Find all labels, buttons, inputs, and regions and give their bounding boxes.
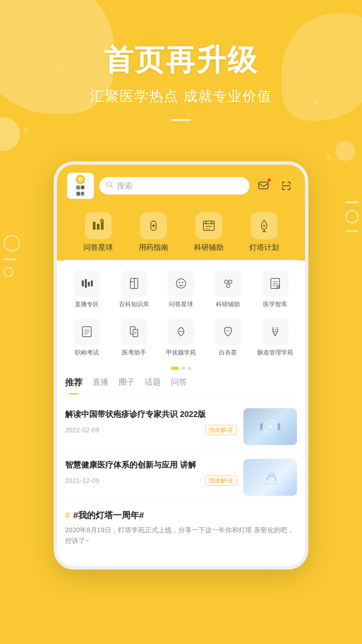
search-icon (106, 181, 113, 191)
svg-point-53 (268, 425, 272, 429)
tab-tuijian[interactable]: 推荐 (65, 377, 82, 391)
grid-item-keyan2[interactable]: 科研辅助 (206, 270, 250, 308)
search-bar-row: 医事服务 搜索 (67, 173, 295, 199)
nav-label-keyan: 科研辅助 (194, 243, 224, 253)
grid-label-wenda2: 问答星球 (169, 300, 193, 308)
grid-label-yixue: 医学智库 (263, 300, 287, 308)
article-card-2[interactable]: 智慧健康医疗体系的创新与应用 讲解 2021-12-09 指南解读 (65, 452, 297, 503)
main-nav: 问答星球 用药指南 (67, 209, 295, 261)
svg-point-32 (176, 279, 186, 288)
svg-rect-26 (85, 279, 87, 288)
tab-wenda[interactable]: 问答 (171, 377, 187, 391)
phone-mockup: 医事服务 搜索 (54, 161, 308, 570)
keyan-icon (195, 212, 222, 239)
grid-item-zhibo[interactable]: 直播专区 (65, 270, 109, 308)
svg-point-56 (269, 472, 275, 477)
svg-rect-55 (278, 423, 280, 430)
article-meta-2: 2021-12-09 指南解读 (65, 476, 237, 486)
dot-1 (182, 367, 185, 370)
logo-icon (76, 175, 85, 184)
topic-card[interactable]: # #我的灯塔一周年# 2020年8月19日，灯塔学苑正式上线，分享一下这一年你… (65, 503, 297, 553)
grid-item-wenda2[interactable]: 问答星球 (159, 270, 203, 308)
search-input-box[interactable]: 搜索 (99, 177, 249, 195)
hero-section: 首页再升级 汇聚医学热点 成就专业价值 (0, 0, 362, 148)
wenda2-icon (168, 270, 194, 297)
grid-item-baike[interactable]: 百科知识库 (112, 270, 156, 308)
phone-mockup-container: 医事服务 搜索 (54, 161, 308, 570)
svg-point-33 (179, 282, 180, 283)
jiazhuang-icon (168, 318, 194, 345)
grid-label-baike: 百科知识库 (119, 300, 149, 308)
dengta-icon (251, 212, 278, 239)
secondary-grid-row2: 职称考试 医考助手 (65, 318, 297, 357)
svg-point-34 (182, 282, 183, 283)
svg-rect-4 (259, 182, 268, 189)
article-thumb-2 (243, 459, 297, 496)
nav-label-wenda: 问答星球 (83, 243, 113, 253)
svg-rect-54 (260, 423, 263, 430)
svg-rect-6 (93, 222, 96, 230)
header-icons (255, 177, 295, 195)
nav-item-yongyao[interactable]: 用药指南 (130, 212, 177, 253)
logo-badge: 医事服务 (67, 173, 94, 199)
article-title-2: 智慧健康医疗体系的创新与应用 讲解 (65, 459, 237, 471)
article-meta-1: 2022-02-09 指南解读 (65, 425, 237, 435)
nav-item-dengta[interactable]: 灯塔计划 (241, 212, 288, 253)
grid-label-yikao: 医考助手 (122, 348, 146, 357)
zhibo-icon (73, 270, 100, 297)
grid-item-yikao[interactable]: 医考助手 (112, 318, 156, 357)
article-date-1: 2022-02-09 (65, 426, 99, 434)
svg-rect-28 (91, 280, 93, 286)
phone-header: 医事服务 搜索 (57, 165, 305, 261)
grid-item-changdao[interactable]: 肠道管理学苑 (253, 318, 297, 357)
side-deco-right (345, 201, 359, 232)
svg-rect-48 (133, 329, 138, 337)
article-tag-2: 指南解读 (205, 476, 237, 486)
dot-active (171, 367, 179, 370)
topic-tag-row: # #我的灯塔一周年# (65, 509, 297, 521)
side-deco-left (3, 235, 20, 277)
dot-2 (188, 367, 191, 370)
grid-item-baiyi[interactable]: 白衣荟 (206, 318, 250, 357)
article-title-1: 解读中国带状疱疹诊疗专家共识 2022版 (65, 408, 237, 420)
nav-label-yongyao: 用药指南 (139, 243, 168, 253)
article-thumb-1 (243, 408, 297, 445)
svg-rect-43 (82, 327, 91, 337)
article-date-2: 2021-12-09 (65, 477, 99, 485)
nav-item-wenda[interactable]: 问答星球 (75, 212, 122, 253)
changdao-icon (262, 318, 289, 345)
tab-huati[interactable]: 话题 (145, 377, 161, 391)
svg-point-36 (229, 280, 232, 283)
logo-text: 医事服务 (76, 185, 85, 197)
keyan2-icon (215, 270, 241, 297)
tab-zhibo[interactable]: 直播 (93, 377, 109, 391)
nav-label-dengta: 灯塔计划 (249, 243, 279, 253)
grid-item-jiazhuang[interactable]: 甲状腺学苑 (159, 318, 203, 357)
grid-label-zhicheng: 职称考试 (75, 348, 99, 357)
baiyi-icon (215, 318, 241, 345)
yikao-icon (121, 318, 147, 345)
wenda-icon (85, 212, 112, 239)
thumb-img-1 (243, 408, 297, 445)
article-card-1[interactable]: 解读中国带状疱疹诊疗专家共识 2022版 2022-02-09 指南解读 (65, 401, 297, 452)
grid-item-yixue[interactable]: 医学智库 (253, 270, 297, 308)
hero-subtitle: 汇聚医学热点 成就专业价值 (20, 87, 342, 106)
grid-label-jiazhuang: 甲状腺学苑 (166, 348, 196, 357)
yongyao-icon (140, 212, 167, 239)
grid-label-baiyi: 白衣荟 (219, 348, 237, 357)
grid-label-zhibo: 直播专区 (75, 300, 99, 308)
scan-icon-btn[interactable] (278, 177, 295, 195)
pagination-dots (65, 367, 297, 370)
hero-dash (171, 119, 191, 121)
svg-point-37 (227, 284, 230, 287)
svg-rect-27 (88, 282, 90, 286)
message-icon-btn[interactable] (255, 177, 272, 195)
hero-title: 首页再升级 (20, 40, 342, 80)
phone-content: 直播专区 百科知识库 (57, 260, 305, 566)
nav-item-keyan[interactable]: 科研辅助 (185, 212, 232, 253)
grid-item-zhicheng[interactable]: 职称考试 (65, 318, 109, 357)
tab-quanzi[interactable]: 圈子 (119, 377, 135, 391)
svg-rect-20 (205, 228, 210, 229)
article-info-1: 解读中国带状疱疹诊疗专家共识 2022版 2022-02-09 指南解读 (65, 408, 237, 435)
tab-bar: 推荐 直播 圈子 话题 问答 (65, 377, 297, 395)
